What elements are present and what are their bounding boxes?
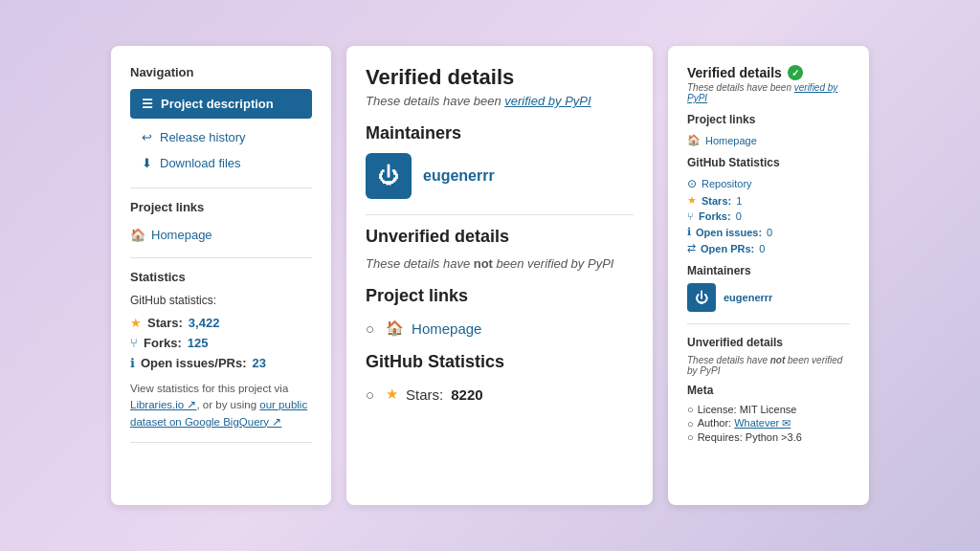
right-panel: Verified details ✓ These details have be… xyxy=(668,46,869,505)
nav-project-description[interactable]: ☰ Project description xyxy=(130,89,312,119)
verified-badge-icon: ✓ xyxy=(788,65,803,80)
maintainer-block: ⏻ eugenerrr xyxy=(366,153,634,199)
center-verified-title: Verified details xyxy=(366,65,634,90)
star-icon-center: ★ xyxy=(386,386,398,403)
issues-stat: ℹ Open issues/PRs: 23 xyxy=(130,353,312,373)
center-panel: Verified details These details have been… xyxy=(346,46,653,505)
navigation-title: Navigation xyxy=(130,65,312,79)
right-maintainers-title: Maintainers xyxy=(687,264,850,277)
right-maintainer-avatar: ⏻ xyxy=(687,283,716,312)
right-verified-subtitle: These details have been verified by PyPI xyxy=(687,82,850,103)
right-pypi-link[interactable]: verified by PyPI xyxy=(687,82,837,103)
center-maintainers-heading: Maintainers xyxy=(366,123,634,143)
center-project-links-heading: Project links xyxy=(366,286,634,306)
right-maintainer-name[interactable]: eugenerrr xyxy=(724,292,772,303)
bullet-icon-2: ○ xyxy=(366,386,374,403)
list-icon: ☰ xyxy=(142,97,153,111)
home-icon: 🏠 xyxy=(130,228,145,242)
pypi-verified-link[interactable]: verified by PyPI xyxy=(504,94,590,108)
issue-icon-right: ℹ xyxy=(687,226,691,238)
right-divider xyxy=(687,323,850,324)
right-prs-stat: ⇄ Open PRs: 0 xyxy=(687,240,850,256)
stars-stat: ★ Stars: 3,422 xyxy=(130,313,312,333)
github-stats-label: GitHub statistics: xyxy=(130,294,312,307)
github-icon: ⊙ xyxy=(687,177,697,190)
forks-stat: ⑂ Forks: 125 xyxy=(130,333,312,353)
history-icon: ↩ xyxy=(142,130,152,144)
center-github-heading: GitHub Statistics xyxy=(366,352,634,372)
center-homepage-link[interactable]: ○ 🏠 Homepage xyxy=(366,316,634,341)
divider-1 xyxy=(130,187,312,188)
pr-icon-right: ⇄ xyxy=(687,242,696,254)
right-repo-link[interactable]: ⊙ Repository xyxy=(687,175,850,192)
center-divider xyxy=(366,214,634,215)
right-verified-title: Verified details ✓ xyxy=(687,65,850,80)
right-github-title: GitHub Statistics xyxy=(687,156,850,169)
home-icon-center: 🏠 xyxy=(386,320,404,337)
fork-icon-right: ⑂ xyxy=(687,210,694,222)
right-issues-stat: ℹ Open issues: 0 xyxy=(687,224,850,240)
star-icon-right: ★ xyxy=(687,194,697,207)
fork-icon: ⑂ xyxy=(130,336,138,350)
maintainer-name[interactable]: eugenerrr xyxy=(423,167,495,185)
left-panel: Navigation ☰ Project description ↩ Relea… xyxy=(111,46,331,505)
meta-bullet-2: ○ xyxy=(687,418,694,430)
right-unverified-title: Unverified details xyxy=(687,336,850,349)
project-links-title: Project links xyxy=(130,200,312,214)
center-verified-subtitle: These details have been verified by PyPI xyxy=(366,94,634,108)
divider-2 xyxy=(130,257,312,258)
right-maintainer-block: ⏻ eugenerrr xyxy=(687,283,850,312)
center-stars-stat: ○ ★ Stars: 8220 xyxy=(366,382,634,407)
home-icon-right: 🏠 xyxy=(687,134,701,146)
bullet-icon: ○ xyxy=(366,320,374,337)
right-meta-title: Meta xyxy=(687,384,850,397)
statistics-title: Statistics xyxy=(130,270,312,284)
right-unverified-note: These details have not been verified by … xyxy=(687,355,850,376)
meta-author: ○ Author: Whatever ✉ xyxy=(687,416,850,430)
meta-bullet-1: ○ xyxy=(687,404,694,415)
right-project-links-title: Project links xyxy=(687,113,850,126)
star-icon: ★ xyxy=(130,316,142,330)
center-unverified-heading: Unverified details xyxy=(366,227,634,247)
nav-release-history[interactable]: ↩ Release history xyxy=(130,124,312,150)
issue-icon: ℹ xyxy=(130,356,135,370)
meta-requires: ○ Requires: Python >3.6 xyxy=(687,430,850,444)
divider-3 xyxy=(130,442,312,443)
right-forks-stat: ⑂ Forks: 0 xyxy=(687,209,850,224)
meta-license: ○ License: MIT License xyxy=(687,403,850,416)
right-homepage-link[interactable]: 🏠 Homepage xyxy=(687,132,850,148)
homepage-link[interactable]: 🏠 Homepage xyxy=(130,224,312,246)
center-unverified-note: These details have not been verified by … xyxy=(366,256,634,271)
author-link[interactable]: Whatever ✉ xyxy=(734,417,791,429)
right-stars-stat: ★ Stars: 1 xyxy=(687,192,850,209)
nav-download-files[interactable]: ⬇ Download files xyxy=(130,150,312,176)
maintainer-avatar: ⏻ xyxy=(366,153,412,199)
download-icon: ⬇ xyxy=(142,156,152,170)
meta-bullet-3: ○ xyxy=(687,431,694,443)
libraries-link[interactable]: Libraries.io ↗ xyxy=(130,399,196,410)
stat-note: View statistics for this project via Lib… xyxy=(130,381,312,430)
